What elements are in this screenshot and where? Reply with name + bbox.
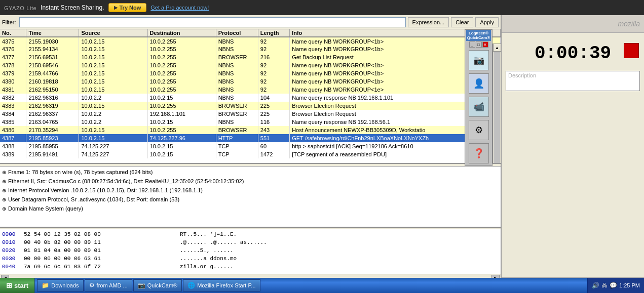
packet-list: No. Time Source Destination Protocol Len… (0, 29, 501, 163)
detail-text: Frame 1: 78 bytes on wire (s), 78 bytes … (8, 169, 153, 175)
scroll-thumb[interactable] (494, 52, 500, 163)
hex-ascii: RT..5... ']=1..E. (180, 231, 237, 237)
table-row[interactable]: 4389 2195.91491 74.125.227 10.0.2.15 TCP… (0, 150, 501, 158)
hex-ascii: zilla.or g...... (180, 264, 234, 270)
col-header-protocol: Protocol (216, 29, 258, 37)
tray-icon-1[interactable]: 🔊 (592, 282, 599, 289)
gyazo-logo-sub: Lite (26, 5, 36, 11)
expand-icon[interactable]: ⊕ (2, 206, 6, 212)
col-header-time: Time (26, 29, 79, 37)
apply-button[interactable]: Apply (475, 17, 499, 27)
table-row[interactable]: 4385 2163.04765 10.0.2.2 10.0.2.15 NBNS … (0, 118, 501, 126)
table-row[interactable]: 4379 2159.44766 10.0.2.15 10.0.2.255 NBN… (0, 69, 501, 77)
quickcam-settings-icon[interactable]: ⚙ (469, 120, 489, 140)
detail-row[interactable]: ⊕User Datagram Protocol, Sr .activesync … (2, 195, 499, 204)
table-row[interactable]: 4378 2158.69546 10.0.2.15 10.0.2.255 NBN… (0, 61, 501, 69)
pro-account-link[interactable]: Get a Pro account now! (150, 5, 209, 11)
detail-row[interactable]: ⊕Ethernet II, Src: CadmusCo c (08:00:27:… (2, 177, 499, 186)
expand-icon[interactable]: ⊕ (2, 188, 6, 193)
table-row[interactable]: 4388 2195.85955 74.125.227 10.0.2.15 TCP… (0, 142, 501, 150)
packet-detail: ⊕Frame 1: 78 bytes on wire (s), 78 bytes… (0, 166, 501, 227)
detail-row[interactable]: ⊕Domain Name System (query) (2, 204, 499, 213)
col-header-length: Length (258, 29, 289, 37)
expand-icon[interactable]: ⊕ (2, 197, 6, 202)
hex-row: 00407a 69 6c 6c 61 03 6f 72zilla.or g...… (2, 263, 499, 271)
filter-label: Filter: (2, 19, 16, 25)
gyazo-tagline: Instant Screen Sharing. (41, 4, 104, 11)
detail-row[interactable]: ⊕Frame 1: 78 bytes on wire (s), 78 bytes… (2, 168, 499, 177)
table-row[interactable]: 4382 2162.96316 10.0.2.2 10.0.2.15 NBNS … (0, 94, 501, 102)
taskbar-item-icon: 🌐 (187, 282, 195, 289)
quickcam-window-controls: _ □ ✕ (469, 41, 489, 48)
maximize-button[interactable]: □ (476, 41, 482, 48)
expand-icon[interactable]: ⊕ (2, 179, 6, 184)
hex-ascii: ......5., ...... (180, 247, 234, 254)
taskbar-item[interactable]: ⚙from AMD ... (85, 279, 132, 291)
start-label: start (14, 282, 28, 289)
wireshark-panel: Filter: Expression... Clear Apply No. Ti… (0, 15, 502, 293)
mozilla-text: mozilla (618, 20, 640, 28)
taskbar-item-label: Mozilla Firefox Start P... (197, 282, 255, 288)
hex-address: 0020 (2, 247, 20, 254)
timer-area: 0:00:39 (502, 33, 644, 69)
taskbar-item[interactable]: 📷QuickCam® (133, 279, 182, 291)
table-row[interactable]: 4375 2155.19030 10.0.2.15 10.0.2.255 NBN… (0, 37, 501, 45)
packet-table: No. Time Source Destination Protocol Len… (0, 29, 501, 158)
taskbar-item[interactable]: 📁Downloads (37, 279, 83, 291)
taskbar-item-icon: 📁 (42, 282, 49, 289)
scroll-up-button[interactable]: ▲ (493, 44, 501, 52)
description-placeholder: Description (508, 72, 536, 78)
quickcam-photo-icon[interactable]: 👤 (469, 73, 489, 94)
hex-row: 002001 01 04 0a 00 00 00 01......5., ...… (2, 246, 499, 255)
taskbar-item-label: from AMD ... (97, 282, 128, 288)
taskbar: ⊞ start 📁Downloads⚙from AMD ...📷QuickCam… (0, 278, 644, 293)
tray-icon-3[interactable]: 💬 (610, 282, 617, 289)
try-now-button[interactable]: ▶ Try Now (108, 3, 147, 12)
table-row[interactable]: 4381 2162.95150 10.0.2.15 10.0.2.255 NBN… (0, 86, 501, 94)
system-clock: 1:25 PM (619, 282, 640, 288)
hex-row: 001000 40 0b 82 00 00 80 11.@...... .@..… (2, 238, 499, 246)
table-row[interactable]: 4377 2156.69531 10.0.2.15 10.0.2.255 BRO… (0, 53, 501, 61)
taskbar-item[interactable]: 🌐Mozilla Firefox Start P... (183, 279, 260, 291)
hex-dump: 000052 54 00 12 35 02 08 00RT..5... ']=1… (0, 229, 501, 274)
hex-ascii: .......a ddons.mo (180, 256, 237, 262)
hex-address: 0040 (2, 264, 20, 270)
quickcam-title1: Logitech® (467, 31, 490, 35)
right-top: mozilla (502, 15, 644, 33)
hex-bytes: 00 00 00 00 00 06 63 61 (24, 256, 176, 262)
timer-display: 0:00:39 (535, 43, 611, 64)
expand-icon[interactable]: ⊕ (2, 170, 6, 175)
detail-row[interactable]: ⊕Internet Protocol Version .10.0.2.15 (1… (2, 186, 499, 195)
hex-bytes: 00 40 0b 82 00 00 80 11 (24, 239, 176, 245)
quickcam-help-icon[interactable]: ❓ (469, 143, 489, 163)
table-row[interactable]: 4383 2162.96319 10.0.2.15 10.0.2.255 BRO… (0, 102, 501, 110)
gyazo-logo: GYAZO Lite (4, 4, 36, 12)
table-row[interactable]: 4387 2195.85923 10.0.2.15 74.125.227.96 … (0, 134, 501, 142)
taskbar-item-icon: 📷 (138, 282, 145, 289)
col-header-source: Source (79, 29, 147, 37)
table-row[interactable]: 4376 2155.94134 10.0.2.15 10.0.2.255 NBN… (0, 45, 501, 53)
table-row[interactable]: 4386 2170.35294 10.0.2.15 10.0.2.255 BRO… (0, 126, 501, 134)
table-row[interactable]: 4380 2160.19818 10.0.2.15 10.0.2.255 NBN… (0, 77, 501, 86)
packet-list-scrollbar[interactable]: ▲ ▼ (493, 44, 501, 163)
description-area[interactable]: Description (506, 71, 640, 91)
close-button[interactable]: ✕ (482, 41, 488, 48)
table-row[interactable]: 4384 2162.96337 10.0.2.2 192.168.1.101 B… (0, 110, 501, 118)
quickcam-overlay: Logitech® QuickCam® _ □ ✕ 📷 👤 📹 ⚙ ❓ (465, 29, 493, 166)
minimize-button[interactable]: _ (469, 41, 475, 48)
right-panel: mozilla 0:00:39 Description ⚙ Settings 🕐… (502, 15, 644, 293)
system-tray: 🔊 🖧 💬 1:25 PM (587, 278, 644, 293)
main-content: Filter: Expression... Clear Apply No. Ti… (0, 15, 644, 293)
tray-icon-2[interactable]: 🖧 (601, 282, 608, 289)
hex-bytes: 01 01 04 0a 00 00 00 01 (24, 247, 176, 254)
quickcam-video-icon[interactable]: 📹 (469, 97, 489, 117)
quickcam-camera-icon[interactable]: 📷 (469, 50, 489, 70)
detail-text: Ethernet II, Src: CadmusCo c (08:00:27:5… (8, 178, 244, 184)
detail-text: Domain Name System (query) (8, 205, 83, 212)
clear-button[interactable]: Clear (451, 17, 473, 27)
expression-button[interactable]: Expression... (408, 17, 449, 27)
start-button[interactable]: ⊞ start (0, 278, 35, 293)
hex-bytes: 52 54 00 12 35 02 08 00 (24, 231, 176, 237)
stop-recording-button[interactable] (624, 43, 639, 58)
filter-input[interactable] (19, 17, 406, 27)
